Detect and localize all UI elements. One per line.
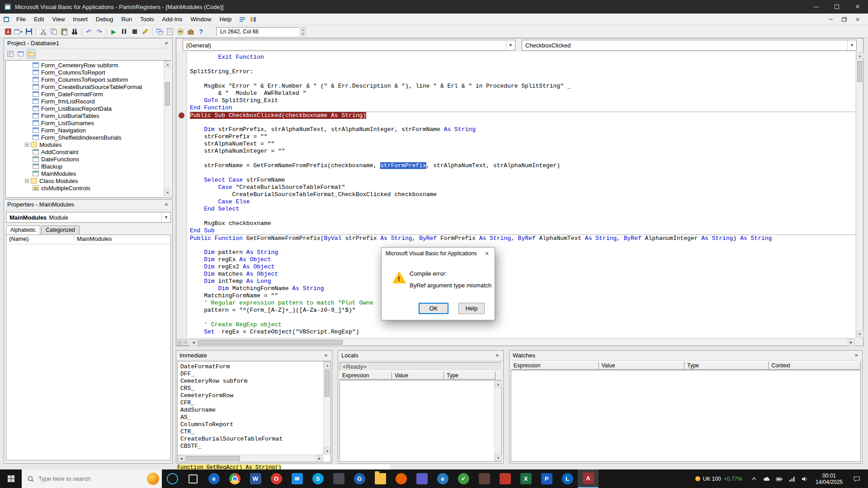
tree-item-form-dateformatform[interactable]: Form_DateFormatForm — [6, 90, 164, 98]
code-line[interactable]: Dim MatchingFormName As String — [190, 285, 855, 292]
toggle-folders-icon[interactable] — [27, 49, 36, 58]
scroll-up-icon[interactable]: ▲ — [164, 61, 171, 68]
watches-close-icon[interactable]: × — [852, 352, 860, 359]
code-line[interactable]: Dim intTemp As Long — [190, 278, 855, 285]
taskbar-icon-green-check[interactable]: ✓ — [453, 469, 474, 488]
design-mode-icon[interactable] — [140, 26, 150, 37]
tree-item-class-modules[interactable]: Class Modules — [6, 177, 164, 184]
code-line[interactable]: Public Function GetFormNameFromPrefix(By… — [190, 235, 855, 242]
scroll-thumb[interactable] — [198, 340, 343, 345]
scroll-down-icon[interactable]: ▼ — [495, 454, 502, 461]
mdi-close-button[interactable]: × — [853, 15, 863, 23]
project-tree-scrollbar[interactable]: ▲ ▼ — [164, 61, 171, 196]
copy-icon[interactable] — [48, 26, 59, 37]
taskbar-clock[interactable]: 00:01 14/04/2025 — [812, 473, 846, 485]
immediate-body[interactable]: DateFormatFormDFF_CemeteryRow subformCRS… — [177, 361, 331, 462]
code-line[interactable]: GoTo SplitString_Exit — [190, 97, 855, 104]
tab-alphabetic[interactable]: Alphabetic — [6, 225, 40, 235]
tree-item-clsmultiplecontrols[interactable]: clsMultipleControls — [6, 184, 164, 192]
ok-button[interactable]: OK — [419, 303, 448, 314]
code-line[interactable] — [190, 61, 855, 68]
cut-icon[interactable] — [38, 26, 48, 37]
code-line[interactable]: Dim regEx2 As Object — [190, 263, 855, 271]
code-line[interactable]: CreateBurialSourceTableFormat_CheckBoxCl… — [190, 191, 855, 198]
project-tree[interactable]: Form_CemeteryRow subformForm_ColumnsToRe… — [5, 60, 171, 197]
object-dropdown[interactable]: (General) ▼ — [183, 40, 515, 51]
code-line[interactable]: & " Module AWFRelated " — [190, 90, 855, 97]
code-line[interactable] — [190, 242, 855, 249]
mdi-restore-button[interactable] — [839, 15, 849, 23]
code-line[interactable] — [190, 155, 855, 162]
code-line[interactable]: Dim matches As Object — [190, 271, 855, 278]
save-icon[interactable] — [24, 26, 34, 37]
search-highlights-icon[interactable] — [147, 473, 159, 485]
code-line[interactable]: Set regEx = CreateObject("VBScript.RegEx… — [190, 328, 855, 336]
code-line[interactable]: ' Regular expression pattern to match "P… — [190, 300, 855, 307]
split-view-icon[interactable] — [177, 339, 182, 346]
code-line[interactable] — [190, 314, 855, 321]
taskbar-icon-powerpoint[interactable]: P — [536, 469, 557, 488]
scroll-left-icon[interactable]: ◀ — [190, 339, 197, 346]
column-header-value[interactable]: Value — [392, 371, 444, 380]
code-line[interactable] — [190, 119, 855, 126]
tree-item-modules[interactable]: Modules — [6, 141, 164, 148]
taskbar-icon-task-view[interactable] — [183, 469, 203, 488]
taskbar-icon-chrome[interactable] — [224, 469, 245, 488]
help-button[interactable]: Help — [458, 303, 485, 314]
view-code-icon[interactable] — [6, 49, 15, 58]
procedure-dropdown[interactable]: CheckboxClicked ▼ — [522, 40, 857, 51]
column-header-type[interactable]: Type — [444, 371, 495, 380]
object-browser-icon[interactable] — [175, 26, 185, 37]
scroll-thumb[interactable] — [165, 82, 170, 106]
taskbar-icon-globe[interactable]: G — [349, 469, 370, 488]
code-margin[interactable] — [176, 52, 187, 338]
tree-item-addconstraint[interactable]: AddConstraint — [6, 148, 164, 155]
network-icon[interactable] — [787, 469, 797, 488]
code-line[interactable]: Dim pattern As String — [190, 249, 855, 256]
insert-userform-icon[interactable] — [13, 26, 24, 37]
column-header-value[interactable]: Value — [599, 361, 685, 370]
scroll-right-icon[interactable]: ▶ — [316, 455, 323, 462]
taskbar-search[interactable] — [22, 469, 162, 488]
menu-item-insert[interactable]: Insert — [69, 16, 92, 23]
code-line[interactable]: Case "CreateBurialSourceTableFormat" — [190, 184, 855, 191]
column-header-type[interactable]: Type — [684, 361, 769, 370]
tree-item-fbackup[interactable]: fBackup — [6, 163, 164, 170]
undo-icon[interactable]: ↶ — [84, 26, 94, 37]
help-icon[interactable]: ? — [196, 26, 206, 37]
tab-categorized[interactable]: Categorized — [41, 225, 80, 235]
properties-object-dropdown[interactable]: MainModules Module ▼ — [6, 212, 171, 223]
menu-item-help[interactable]: Help — [215, 16, 236, 23]
mdi-minimize-button[interactable] — [826, 15, 835, 23]
properties-window-icon[interactable] — [165, 26, 175, 37]
scroll-thumb[interactable] — [186, 456, 240, 461]
taskbar-icon-access-vba[interactable]: A — [578, 469, 599, 488]
locals-scrollbar[interactable]: ▲ ▼ — [494, 380, 501, 461]
code-line[interactable]: MsgBox "Error " & Err.Number & " (" & Er… — [190, 83, 855, 90]
code-line[interactable]: strAlphaNumInteger = "" — [190, 148, 855, 155]
expander-icon[interactable] — [25, 179, 29, 183]
dialog-close-icon[interactable]: × — [479, 248, 495, 259]
watches-body[interactable] — [511, 370, 861, 462]
scroll-thumb[interactable] — [857, 61, 862, 82]
menu-item-run[interactable]: Run — [117, 16, 136, 23]
scroll-up-icon[interactable]: ▲ — [856, 52, 863, 59]
taskbar-icon-app-blue-circle[interactable]: L — [557, 469, 578, 488]
chevron-down-icon[interactable]: ▼ — [847, 40, 856, 50]
properties-grid[interactable]: (Name)MainModules — [6, 235, 171, 460]
expander-icon[interactable] — [25, 143, 29, 147]
code-line[interactable]: pattern = "^(Form_[A-Z]+_)([A-Za-z0-9_]*… — [190, 307, 855, 314]
scroll-up-icon[interactable]: ▲ — [495, 380, 502, 388]
action-center-icon[interactable] — [848, 475, 865, 483]
code-horizontal-scrollbar[interactable]: ◀ ▶ — [176, 338, 855, 346]
maximize-button[interactable] — [826, 0, 847, 14]
taskbar-icon-app-purple[interactable] — [411, 469, 432, 488]
search-input[interactable] — [38, 475, 129, 482]
code-vertical-scrollbar[interactable]: ▲ ▼ — [856, 52, 863, 338]
taskbar-icon-app-dark[interactable] — [328, 469, 349, 488]
find-icon[interactable] — [69, 26, 80, 37]
tree-item-form-listburialtables[interactable]: Form_ListBurialTables — [6, 112, 164, 119]
taskbar-icon-app-maroon[interactable] — [474, 469, 495, 488]
scroll-down-icon[interactable]: ▼ — [164, 189, 171, 196]
code-line[interactable]: Dim regEx As Object — [190, 256, 855, 263]
